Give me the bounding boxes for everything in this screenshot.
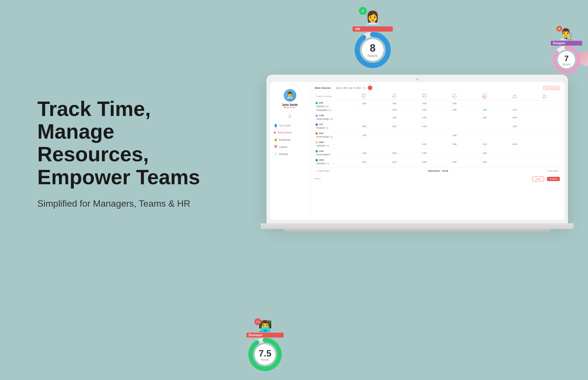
activity-tag: Interviews ×★	[316, 144, 330, 147]
time-cell[interactable]	[530, 149, 560, 158]
time-cell[interactable]	[530, 140, 560, 149]
time-cell[interactable]: 1:00	[469, 107, 500, 113]
col-tue: TueApr 28:00	[379, 92, 409, 100]
time-cell[interactable]	[500, 149, 530, 158]
table-row: CGM Screen Design ×★ 1:00 2:30 1:00 0:45	[315, 113, 560, 122]
table-row: 0:30 0:30 2:00 1:00 4:15	[315, 107, 560, 113]
time-cell[interactable]	[530, 107, 560, 113]
sidebar-item-expenses[interactable]: 💰 Expenses	[270, 136, 310, 143]
user-name: John Smith	[282, 103, 297, 106]
time-cell[interactable]: 1:00	[349, 149, 379, 158]
save-button[interactable]: Save	[532, 177, 544, 181]
prev-week-button[interactable]: ‹	[362, 86, 367, 90]
time-cell[interactable]	[469, 122, 500, 131]
sidebar-navigation: 👤 My Profile Time Entries 💰 Expenses	[270, 121, 310, 159]
sidebar-item-policies[interactable]: 📄 Policies	[270, 150, 310, 158]
time-cell[interactable]: 1:00	[349, 131, 379, 140]
col-projects: Projects & Activity	[315, 92, 349, 100]
time-cell[interactable]	[530, 100, 560, 107]
time-cell[interactable]: 0:30	[409, 122, 440, 131]
activity-tag: Presentation ×★	[316, 109, 332, 111]
time-cell[interactable]: 2:00	[349, 122, 379, 131]
time-cell[interactable]	[440, 122, 470, 131]
time-cell[interactable]: 0:30	[379, 149, 409, 158]
time-cell[interactable]: 0:30	[440, 140, 470, 149]
time-cell[interactable]	[530, 122, 560, 131]
time-cell[interactable]	[500, 131, 530, 140]
time-cell[interactable]: 0:30	[409, 107, 440, 113]
week-header: Week Selected ← Apr 01, 2023 - Apr 07, 2…	[315, 86, 560, 90]
filter-icon[interactable]: ☰	[270, 112, 310, 121]
laptop-camera	[416, 78, 418, 80]
time-cell[interactable]: 0:30	[500, 140, 530, 149]
project-dpa: DPA Research ×★ Presentation ×★	[315, 100, 349, 113]
add-project-button[interactable]: + Add Project	[316, 170, 330, 172]
time-cell[interactable]: 1:00	[379, 100, 409, 107]
time-cell[interactable]: 2:00	[409, 158, 440, 166]
time-cell[interactable]: 2:00	[349, 100, 379, 107]
role-indicator	[284, 107, 286, 108]
time-cell[interactable]	[500, 158, 530, 166]
add-notes-button[interactable]: ✏ Add Notes	[546, 170, 559, 172]
time-cell[interactable]: 1:00	[440, 131, 470, 140]
col-sun: SunApr 7	[530, 92, 560, 100]
next-week-button[interactable]: ›	[368, 86, 372, 90]
time-cell[interactable]	[440, 149, 470, 158]
time-cell[interactable]	[440, 113, 470, 122]
time-cell[interactable]: 0:20	[409, 140, 440, 149]
time-cell[interactable]	[530, 158, 560, 166]
sidebar-item-leaves[interactable]: 📅 Leaves	[270, 143, 310, 150]
time-cell[interactable]	[349, 140, 379, 149]
laptop-screen: 👨‍💼 John Smith My Profile ☰ 👤	[266, 75, 568, 223]
expenses-icon: 💰	[274, 138, 277, 141]
time-cell[interactable]: 0:30	[349, 158, 379, 166]
time-cell[interactable]	[379, 131, 409, 140]
time-cell[interactable]	[349, 107, 379, 113]
sidebar-item-time-entries[interactable]: Time Entries	[270, 129, 310, 136]
time-cell[interactable]: 2:30	[409, 113, 440, 122]
time-cell[interactable]	[530, 131, 560, 140]
activity-tag: Interviews ×★	[316, 162, 330, 165]
time-cell[interactable]: 2:00	[379, 122, 409, 131]
time-cell[interactable]: 1:30	[469, 158, 500, 166]
project-vpt: VPT Research ×★	[315, 122, 349, 131]
time-cell[interactable]: 2:00	[500, 122, 530, 131]
time-cell[interactable]: 4:15	[500, 107, 530, 113]
activity-tag: Research ×★	[316, 105, 329, 108]
col-thu: ThuApr 48:00	[440, 92, 470, 100]
time-cell[interactable]: 1:00	[469, 140, 500, 149]
table-row: VPT Research ×★ 2:00 2:00 0:30 2:00	[315, 122, 560, 131]
time-cell[interactable]	[379, 140, 409, 149]
time-cell[interactable]: 0:45	[500, 113, 530, 122]
time-cell[interactable]: 1:00	[469, 113, 500, 122]
developer-circle-widget: </> 👨‍💻 Developer 7.5 hours	[246, 321, 284, 374]
time-cell[interactable]	[500, 100, 530, 107]
activity-tag: Screen Design ×★	[316, 135, 334, 138]
timesheet-table: Projects & Activity MonApr 18:00 TueApr …	[315, 92, 560, 166]
hr-avatar: 👩‍💼	[364, 11, 381, 25]
time-cell[interactable]: 0:30	[379, 107, 409, 113]
time-cell[interactable]	[469, 100, 500, 107]
time-cell[interactable]: 2:00	[440, 107, 470, 113]
time-cell[interactable]: 1:00	[469, 149, 500, 158]
time-cell[interactable]	[409, 131, 440, 140]
time-cell[interactable]: 2:00	[440, 100, 470, 107]
time-cell[interactable]	[349, 113, 379, 122]
reset-button[interactable]: Reset	[315, 177, 321, 180]
activity-tag: Research ×★	[316, 127, 329, 129]
time-cell[interactable]: 1:00	[379, 113, 409, 122]
hr-donut-center: 8 hours	[368, 43, 378, 58]
project-san: SAN Documentation ×	[315, 149, 349, 158]
time-cell[interactable]	[469, 131, 500, 140]
time-cell[interactable]: 0:30	[409, 100, 440, 107]
sidebar-item-my-profile[interactable]: 👤 My Profile	[270, 122, 310, 129]
col-sat: SatApr 6	[500, 92, 530, 100]
table-row: OND Interviews ×★ 0:30 0:10 2:00 2:00 1:…	[315, 158, 560, 166]
policies-icon: 📄	[274, 152, 277, 156]
time-cell[interactable]: 0:10	[379, 158, 409, 166]
submit-button[interactable]: Submit	[547, 177, 560, 181]
time-cell[interactable]: 2:00	[440, 158, 470, 166]
developer-donut-center: 7.5 hours	[259, 349, 271, 361]
time-cell[interactable]: 0:30	[409, 149, 440, 158]
time-cell[interactable]	[530, 113, 560, 122]
